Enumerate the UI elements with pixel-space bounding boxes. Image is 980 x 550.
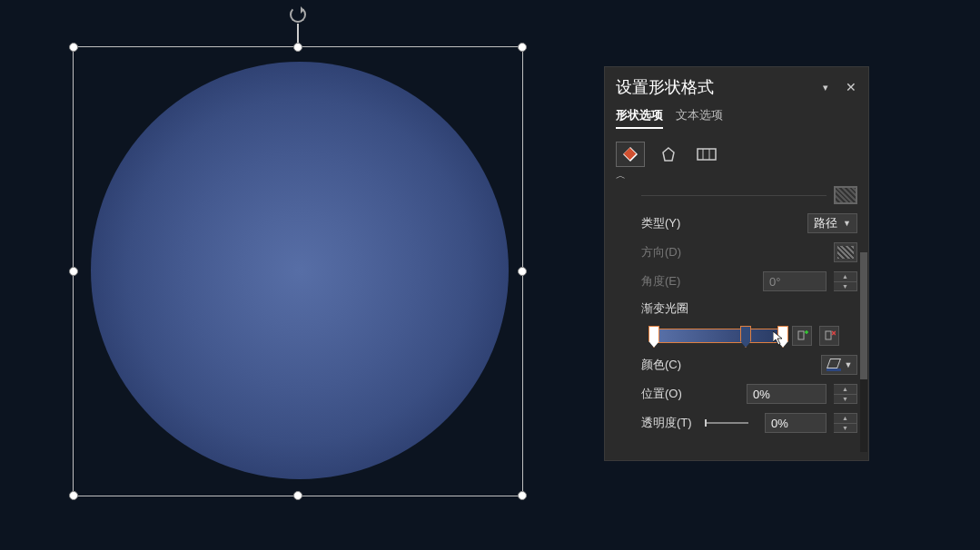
svg-rect-10: [826, 331, 831, 339]
effects-icon[interactable]: [654, 142, 683, 167]
hatch-swatch-icon: [837, 246, 854, 259]
gradient-stop-2[interactable]: [740, 326, 751, 348]
angle-step-down: ▼: [834, 282, 856, 291]
resize-handle-se[interactable]: [518, 491, 527, 500]
selection-bounding-box: [73, 46, 523, 496]
position-spinner[interactable]: ▲ ▼: [834, 384, 857, 404]
position-step-down[interactable]: ▼: [834, 395, 856, 404]
pane-title: 设置形状格式: [616, 76, 819, 98]
preset-swatch-button[interactable]: [834, 186, 857, 204]
label-position: 位置(O): [616, 386, 694, 402]
label-transparency: 透明度(T): [616, 415, 694, 431]
tab-text-options[interactable]: 文本选项: [676, 107, 723, 129]
label-gradient-stops: 渐变光圈: [616, 300, 857, 317]
format-shape-pane: 设置形状格式 ✕ 形状选项 文本选项 ︿: [604, 66, 869, 461]
preset-divider: [641, 195, 827, 196]
label-color: 颜色(C): [616, 357, 694, 373]
label-type: 类型(Y): [616, 215, 694, 231]
section-collapse-arrow[interactable]: ︿: [605, 167, 868, 186]
gradient-stop-3[interactable]: [777, 326, 788, 348]
fill-properties: 类型(Y) 路径 ▼ 方向(D) 角度(E) 0° ▲ ▼ 渐变光圈: [605, 210, 868, 440]
row-type: 类型(Y) 路径 ▼: [616, 213, 857, 233]
preset-row: [605, 186, 868, 210]
rotate-handle[interactable]: [290, 6, 306, 23]
tab-shape-options[interactable]: 形状选项: [616, 107, 663, 129]
row-position: 位置(O) 0% ▲ ▼: [616, 384, 857, 404]
resize-handle-n[interactable]: [293, 43, 302, 52]
remove-gradient-stop-button[interactable]: [819, 326, 839, 346]
color-picker-button[interactable]: ▼: [821, 355, 857, 375]
pane-scrollbar-thumb[interactable]: [860, 252, 867, 379]
chevron-down-icon: ▼: [845, 360, 853, 369]
pane-options-dropdown[interactable]: [819, 81, 832, 93]
angle-input: 0°: [763, 271, 827, 291]
angle-step-up: ▲: [834, 272, 856, 282]
category-icon-row: [605, 136, 868, 167]
direction-preset-button[interactable]: [834, 242, 857, 262]
angle-spinner: ▲ ▼: [834, 271, 857, 291]
type-value: 路径: [814, 215, 837, 231]
resize-handle-nw[interactable]: [69, 43, 78, 52]
paint-bucket-icon: [827, 358, 841, 371]
svg-rect-7: [798, 331, 804, 339]
fill-line-icon[interactable]: [616, 142, 645, 167]
pane-scrollbar[interactable]: [860, 252, 867, 452]
resize-handle-sw[interactable]: [69, 491, 78, 500]
pane-header: 设置形状格式 ✕: [605, 67, 868, 103]
svg-rect-3: [698, 149, 716, 160]
svg-marker-1: [624, 148, 637, 161]
position-step-up[interactable]: ▲: [834, 385, 856, 395]
resize-handle-s[interactable]: [293, 491, 302, 500]
chevron-down-icon: ▼: [843, 219, 851, 228]
transparency-input[interactable]: 0%: [765, 413, 827, 433]
row-transparency: 透明度(T) 0% ▲ ▼: [616, 413, 857, 433]
gradient-stops-bar[interactable]: [652, 329, 785, 343]
add-gradient-stop-button[interactable]: [792, 326, 812, 346]
pane-tabs: 形状选项 文本选项: [605, 103, 868, 136]
size-properties-icon[interactable]: [692, 142, 721, 167]
svg-marker-2: [663, 148, 674, 161]
resize-handle-w[interactable]: [69, 267, 78, 276]
transparency-step-up[interactable]: ▲: [834, 414, 856, 424]
transparency-spinner[interactable]: ▲ ▼: [834, 413, 857, 433]
transparency-step-down[interactable]: ▼: [834, 424, 856, 433]
label-angle: 角度(E): [616, 273, 694, 290]
row-direction: 方向(D): [616, 242, 857, 262]
pane-close-button[interactable]: ✕: [845, 81, 857, 93]
resize-handle-ne[interactable]: [518, 43, 527, 52]
gradient-stop-1[interactable]: [648, 326, 659, 348]
row-gradient-stops: [616, 326, 857, 346]
position-input[interactable]: 0%: [747, 384, 827, 404]
row-color: 颜色(C) ▼: [616, 355, 857, 375]
resize-handle-e[interactable]: [518, 267, 527, 276]
type-select[interactable]: 路径 ▼: [807, 213, 857, 233]
row-angle: 角度(E) 0° ▲ ▼: [616, 271, 857, 291]
transparency-slider[interactable]: [707, 422, 748, 424]
label-direction: 方向(D): [616, 244, 694, 260]
